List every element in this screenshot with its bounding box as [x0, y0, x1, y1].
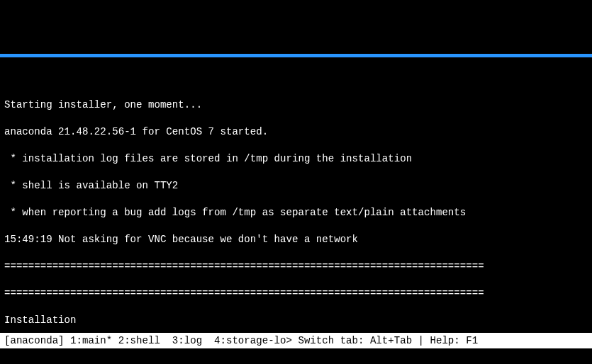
- boot-line: anaconda 21.48.22.56-1 for CentOS 7 star…: [4, 125, 588, 139]
- boot-line: 15:49:19 Not asking for VNC because we d…: [4, 233, 588, 246]
- terminal-screen[interactable]: Starting installer, one moment... anacon…: [0, 84, 592, 364]
- section-heading: Installation: [4, 314, 588, 327]
- window-top-border: [0, 54, 592, 57]
- boot-line: * shell is available on TTY2: [4, 179, 588, 193]
- divider: ========================================…: [4, 260, 588, 273]
- divider: ========================================…: [4, 287, 588, 300]
- boot-line: * installation log files are stored in /…: [4, 152, 588, 166]
- boot-line: Starting installer, one moment...: [4, 98, 588, 112]
- boot-line: * when reporting a bug add logs from /tm…: [4, 206, 588, 220]
- status-bar: [anaconda] 1:main* 2:shell 3:log 4:stora…: [0, 333, 592, 348]
